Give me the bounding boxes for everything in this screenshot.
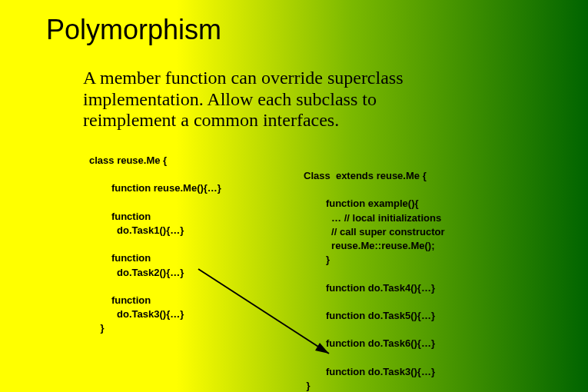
code-block-right: Class extends reuse.Me { function exampl… [304,169,445,392]
code-block-left: class reuse.Me { function reuse.Me(){…} … [89,154,221,335]
slide-title: Polymorphism [46,14,221,46]
slide-body-text: A member function can override superclas… [83,68,452,131]
